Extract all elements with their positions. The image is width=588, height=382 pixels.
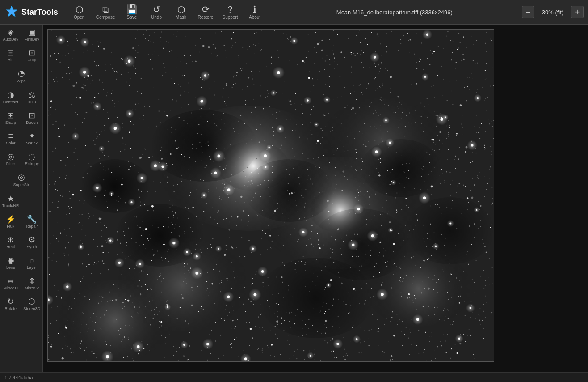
sidebar-item-mirrorv[interactable]: ⇕ Mirror V [21, 273, 43, 294]
sidebar-item-filter[interactable]: ◎ Filter [0, 149, 21, 170]
sidebar-item-filmdev[interactable]: ▣ FilmDev [21, 25, 43, 45]
compose-label: Compose [96, 15, 115, 20]
sidebar-item-shrink[interactable]: ✦ Shrink [21, 128, 43, 149]
sidebar-row-1: ◈ AutoDev ▣ FilmDev [0, 25, 42, 45]
contrast-label: Contrast [3, 100, 18, 104]
rotate-label: Rotate [4, 306, 17, 311]
sidebar-item-mirrorh[interactable]: ⇔ Mirror H [0, 273, 21, 294]
restore-label: Restore [198, 15, 214, 20]
open-label: Open [74, 15, 84, 20]
sidebar-row-11: ⇔ Mirror H ⇕ Mirror V [0, 273, 42, 294]
entropy-icon: ◌ [28, 153, 35, 161]
open-button[interactable]: ⬡ Open [67, 3, 92, 21]
hdr-label: HDR [28, 100, 37, 104]
sidebar-item-color[interactable]: ≡ Color [0, 128, 21, 149]
bin-icon: ⊟ [7, 49, 14, 57]
restore-button[interactable]: ⟳ Restore [193, 3, 218, 21]
sidebar-item-hdr[interactable]: ⚖ HDR [21, 87, 43, 108]
heal-label: Heal [6, 245, 15, 249]
repair-label: Repair [26, 224, 38, 229]
canvas-area[interactable] [43, 25, 588, 372]
zoom-controls: − 30% (fit) + [522, 6, 584, 18]
restore-icon: ⟳ [202, 5, 210, 14]
filmdev-label: FilmDev [25, 37, 39, 42]
sidebar-item-wipe[interactable]: ◔ Wipe [0, 66, 42, 87]
superstr-icon: ◎ [18, 173, 25, 181]
sidebar-item-rotate[interactable]: ↻ Rotate [0, 294, 21, 314]
sidebar-item-decon[interactable]: ⊡ Decon [21, 108, 43, 128]
sidebar-item-bin[interactable]: ⊟ Bin [0, 45, 21, 66]
sidebar-row-5: ≡ Color ✦ Shrink [0, 128, 42, 149]
save-icon: 💾 [126, 5, 138, 14]
autodev-label: AutoDev [3, 37, 18, 42]
stereo3d-label: Stereo3D [23, 306, 40, 311]
mask-label: Mask [176, 15, 186, 20]
sidebar-item-sharp[interactable]: ⊞ Sharp [0, 108, 21, 128]
heal-icon: ⊕ [7, 236, 14, 244]
sidebar-item-synth[interactable]: ⚙ Synth [21, 232, 43, 253]
sidebar-item-superstr[interactable]: ◎ SuperStr [0, 170, 42, 191]
sidebar-item-crop[interactable]: ⊡ Crop [21, 45, 43, 66]
sidebar-item-tracknr[interactable]: ★ Track/NR [0, 191, 21, 212]
color-icon: ≡ [8, 132, 13, 140]
logo: StarTools [4, 5, 58, 19]
logo-icon [4, 5, 19, 19]
decon-icon: ⊡ [29, 111, 35, 119]
sidebar-item-heal[interactable]: ⊕ Heal [0, 232, 21, 253]
undo-button[interactable]: ↺ Undo [144, 3, 169, 21]
save-button[interactable]: 💾 Save [120, 3, 144, 21]
sidebar-row-12: ↻ Rotate ⬡ Stereo3D [0, 294, 42, 314]
filter-label: Filter [6, 161, 15, 166]
entropy-label: Entropy [25, 161, 39, 166]
compose-button[interactable]: ⧉ Compose [92, 3, 120, 21]
undo-label: Undo [151, 15, 162, 20]
toolbar: StarTools ⬡ Open ⧉ Compose 💾 Save ↺ Undo… [0, 0, 588, 25]
sidebar-item-flux[interactable]: ⚡ Flux [0, 212, 21, 232]
support-button[interactable]: ? Support [218, 3, 243, 21]
sidebar-item-autodev[interactable]: ◈ AutoDev [0, 25, 21, 45]
about-button[interactable]: ℹ About [243, 3, 267, 21]
mirrorh-icon: ⇔ [7, 277, 14, 285]
open-icon: ⬡ [76, 5, 83, 14]
color-label: Color [6, 141, 16, 145]
zoom-in-button[interactable]: + [571, 6, 584, 18]
support-label: Support [223, 15, 238, 20]
lens-label: Lens [6, 265, 15, 270]
sidebar-item-layer[interactable]: ⧈ Layer [21, 253, 43, 273]
sidebar-item-contrast[interactable]: ◑ Contrast [0, 87, 21, 108]
sidebar-item-entropy[interactable]: ◌ Entropy [21, 149, 43, 170]
contrast-icon: ◑ [7, 91, 14, 99]
crop-icon: ⊡ [29, 49, 35, 57]
shrink-icon: ✦ [29, 132, 35, 140]
undo-icon: ↺ [153, 5, 160, 14]
save-label: Save [127, 15, 137, 20]
version-label: 1.7.444alpha [4, 375, 33, 380]
image-frame [47, 29, 494, 362]
zoom-out-button[interactable]: − [522, 6, 534, 18]
sidebar-row-4: ⊞ Sharp ⊡ Decon [0, 108, 42, 128]
shrink-label: Shrink [26, 141, 38, 145]
sharp-label: Sharp [5, 120, 16, 125]
lens-icon: ◉ [7, 256, 14, 264]
mirrorv-label: Mirror V [25, 286, 39, 290]
support-icon: ? [227, 5, 232, 14]
superstr-label: SuperStr [13, 183, 29, 187]
mask-button[interactable]: ⬡ Mask [169, 3, 193, 21]
wipe-label: Wipe [17, 79, 26, 83]
compose-icon: ⧉ [102, 5, 109, 14]
sidebar-row-10: ◉ Lens ⧈ Layer [0, 253, 42, 273]
main-area: ◈ AutoDev ▣ FilmDev ⊟ Bin ⊡ Crop ◔ Wipe [0, 25, 588, 372]
mirrorv-icon: ⇕ [29, 277, 35, 285]
sidebar-item-stereo3d[interactable]: ⬡ Stereo3D [21, 294, 43, 314]
sidebar-item-lens[interactable]: ◉ Lens [0, 253, 21, 273]
zoom-in-icon: + [575, 8, 580, 17]
mask-icon: ⬡ [177, 5, 185, 14]
repair-icon: 🔧 [27, 215, 37, 223]
sidebar-item-repair[interactable]: 🔧 Repair [21, 212, 43, 232]
sidebar-row-3: ◑ Contrast ⚖ HDR [0, 87, 42, 108]
filter-icon: ◎ [7, 153, 14, 161]
layer-label: Layer [27, 265, 37, 270]
zoom-out-icon: − [526, 8, 531, 17]
hdr-icon: ⚖ [28, 91, 35, 99]
wipe-icon: ◔ [18, 69, 25, 77]
